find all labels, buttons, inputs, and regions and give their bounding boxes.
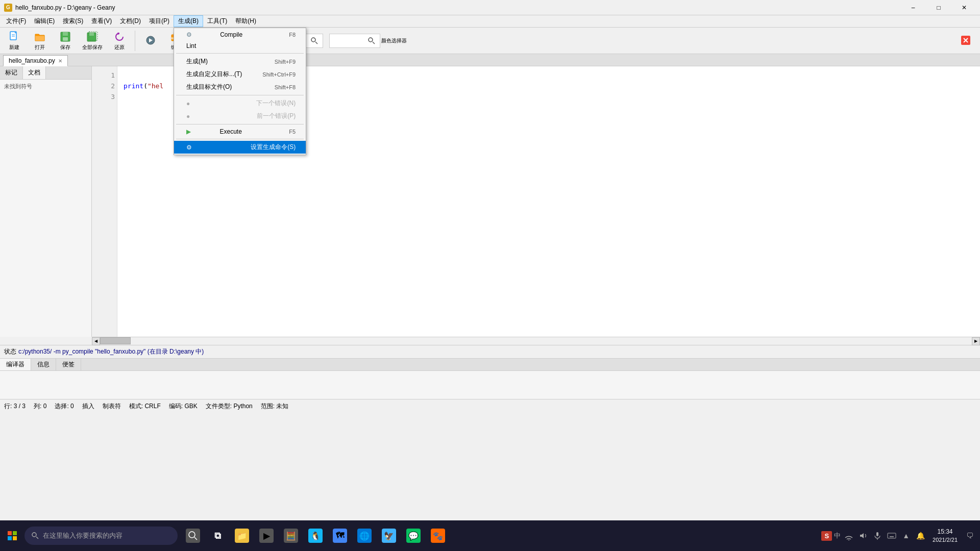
taskbar-taskview[interactable]: ⧉ — [206, 524, 229, 547]
network-icon[interactable] — [843, 530, 855, 542]
taskbar-run[interactable]: ▶ — [255, 524, 278, 547]
scroll-right-arrow[interactable]: ▶ — [972, 337, 980, 345]
compile-toolbar-icon — [144, 34, 157, 46]
sidebar-tab-documents[interactable]: 文档 — [23, 66, 46, 79]
toolbar-saveall-button[interactable]: 全部保存 — [79, 29, 106, 53]
svg-rect-5 — [63, 37, 68, 41]
panel-tab-notes[interactable]: 便签 — [56, 359, 81, 370]
taskbar-apps: ⧉ 📁 ▶ 🧮 🐧 🗺 🌐 🦅 💬 — [182, 524, 449, 547]
notification-icon[interactable]: 🔔 — [914, 530, 926, 542]
scrollbar-x[interactable]: ◀ ▶ — [92, 337, 980, 345]
prev-error-icon: ● — [186, 113, 190, 120]
lint-label: Lint — [186, 42, 196, 49]
taskbar-explorer[interactable]: 📁 — [231, 524, 253, 547]
action-center-icon[interactable]: 🗨 — [964, 530, 976, 542]
prev-error-label: 前一个错误(P) — [257, 112, 296, 120]
panel-tabs: 编译器 信息 便签 — [0, 359, 980, 371]
revert-label: 还原 — [114, 44, 125, 51]
toolbar-save-button[interactable]: 保存 — [53, 29, 78, 53]
toolbar-goto-group: 颜色选择器 — [329, 34, 407, 48]
info-eol: 制表符 — [103, 402, 121, 411]
clock[interactable]: 15:34 2021/2/21 — [928, 525, 962, 546]
goto-box[interactable] — [329, 34, 380, 48]
scroll-thumb-x[interactable] — [100, 337, 131, 344]
mic-icon[interactable] — [871, 530, 884, 542]
set-build-label: 设置生成命令(S) — [251, 143, 296, 152]
dropdown-set-build-cmd[interactable]: ⚙ 设置生成命令(S) — [174, 141, 306, 154]
status-label: 状态 — [4, 347, 16, 356]
line-num-2: 2 — [94, 81, 115, 92]
toolbar-quit-button[interactable] — [953, 29, 978, 53]
dropdown-build-m[interactable]: 生成(M) Shift+F9 — [174, 55, 306, 68]
dropdown-build-custom[interactable]: 生成自定义目标...(T) Shift+Ctrl+F9 — [174, 68, 306, 81]
minimize-button[interactable]: – — [901, 0, 925, 15]
new-label: 新建 — [9, 44, 19, 51]
svg-rect-36 — [888, 533, 896, 538]
info-insert: 插入 — [82, 402, 94, 411]
saveall-label: 全部保存 — [82, 44, 103, 51]
dropdown-lint[interactable]: Lint — [174, 40, 306, 52]
toolbar-revert-button[interactable]: 还原 — [107, 29, 132, 53]
panel-tab-messages[interactable]: 信息 — [31, 359, 56, 370]
volume-icon[interactable] — [857, 530, 869, 542]
info-scope: 范围: 未知 — [261, 402, 289, 411]
keyboard-icon[interactable] — [886, 530, 898, 542]
maximize-button[interactable]: □ — [927, 0, 950, 15]
info-sel: 选择: 0 — [55, 402, 74, 411]
svg-rect-25 — [8, 531, 12, 535]
set-build-icon: ⚙ — [186, 144, 192, 151]
scroll-track-x[interactable] — [100, 337, 972, 345]
goto-input[interactable] — [332, 37, 368, 44]
toolbar: 新建 打开 保存 全部保存 — [0, 28, 980, 54]
taskbar-qq[interactable]: 🐧 — [304, 524, 327, 547]
start-button[interactable] — [0, 520, 24, 551]
clock-date: 2021/2/21 — [933, 536, 958, 544]
scroll-left-arrow[interactable]: ◀ — [92, 337, 100, 345]
taskbar-maps[interactable]: 🗺 — [329, 524, 351, 547]
menu-file[interactable]: 文件(F) — [2, 16, 30, 27]
menu-tools[interactable]: 工具(T) — [203, 16, 231, 27]
saveall-icon — [86, 31, 99, 43]
tabs-bar: hello_fanxubo.py ✕ — [0, 54, 980, 66]
next-error-label: 下一个错误(N) — [256, 99, 296, 108]
panel-tab-compiler[interactable]: 编译器 — [0, 359, 31, 370]
toolbar-new-button[interactable]: 新建 — [2, 29, 27, 53]
menu-project[interactable]: 项目(P) — [145, 16, 174, 27]
taskbar-app1[interactable]: 🦅 — [378, 524, 400, 547]
show-hidden-icons[interactable]: ▲ — [900, 530, 912, 542]
menu-help[interactable]: 帮助(H) — [231, 16, 260, 27]
taskbar-wechat[interactable]: 💬 — [402, 524, 425, 547]
taskbar-calculator[interactable]: 🧮 — [280, 524, 302, 547]
toolbar-open-button[interactable]: 打开 — [28, 29, 52, 53]
taskbar-edge[interactable]: 🌐 — [353, 524, 376, 547]
ime-cn-indicator[interactable]: 中 — [834, 531, 841, 540]
taskbar-app2[interactable]: 🐾 — [427, 524, 449, 547]
app-icon: G — [4, 4, 12, 12]
dropdown-build-obj[interactable]: 生成目标文件(O) Shift+F8 — [174, 81, 306, 93]
dropdown-compile[interactable]: ⚙ Compile F8 — [174, 29, 306, 40]
tab-close-icon[interactable]: ✕ — [58, 58, 62, 64]
taskbar-search-bar[interactable]: 在这里输入你要搜索的内容 — [24, 527, 178, 545]
dropdown-prev-error: ● 前一个错误(P) — [174, 110, 306, 122]
svg-rect-26 — [13, 531, 17, 535]
close-button[interactable]: ✕ — [952, 0, 976, 15]
menu-document[interactable]: 文档(D) — [116, 16, 145, 27]
taskbar-search-icon — [32, 532, 39, 539]
menu-build[interactable]: 生成(B) — [174, 15, 203, 27]
svg-line-30 — [36, 537, 38, 539]
menu-view[interactable]: 查看(V) — [87, 16, 116, 27]
info-line: 行: 3 / 3 — [4, 402, 26, 411]
dropdown-execute[interactable]: ▶ Execute F5 — [174, 126, 306, 137]
execute-label: Execute — [219, 128, 241, 135]
status-bar: 状态 c:/python35/ -m py_compile "hello_fan… — [0, 345, 980, 358]
toolbar-compile-button[interactable] — [138, 29, 163, 53]
sidebar-tab-bookmarks[interactable]: 标记 — [0, 66, 23, 79]
title-bar: G hello_fanxubo.py - D:\geany - Geany – … — [0, 0, 980, 15]
taskbar-search-btn[interactable] — [182, 524, 204, 547]
panel-content-compiler — [0, 371, 980, 399]
menu-edit[interactable]: 编辑(E) — [30, 16, 59, 27]
explorer-icon: 📁 — [235, 529, 249, 543]
tab-hello-fanxubo[interactable]: hello_fanxubo.py ✕ — [3, 55, 68, 66]
menu-search[interactable]: 搜索(S) — [59, 16, 87, 27]
ime-indicator[interactable]: S — [821, 531, 832, 541]
